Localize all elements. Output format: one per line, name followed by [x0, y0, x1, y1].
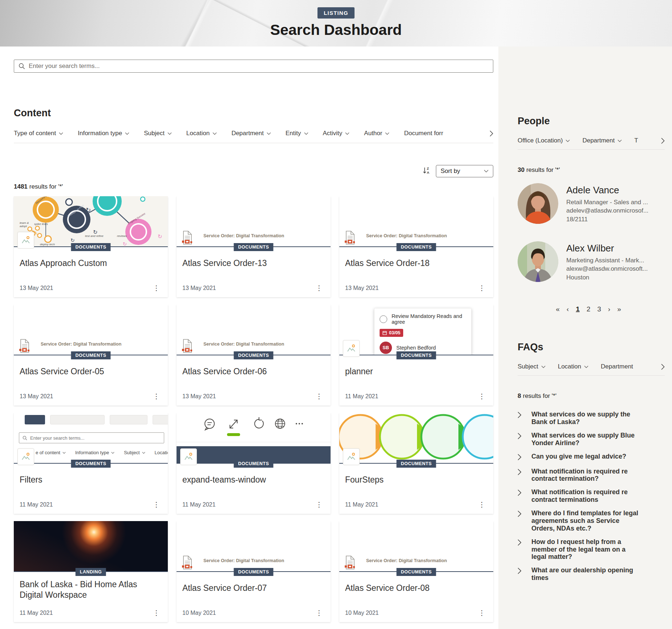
- chevron-down-icon: [59, 132, 63, 135]
- result-card[interactable]: Service Order: Digital Transformation DO…: [177, 521, 331, 622]
- card-title[interactable]: Atlas Service Order-13: [182, 258, 325, 269]
- card-date: 13 May 2021: [182, 393, 216, 400]
- card-title[interactable]: Atlas Approach Custom: [20, 258, 162, 269]
- filter-location[interactable]: Location: [186, 130, 217, 137]
- sort-direction-icon[interactable]: ZA: [422, 166, 431, 176]
- more-options-button[interactable]: ⋮: [476, 609, 487, 617]
- card-title[interactable]: FourSteps: [345, 475, 487, 485]
- search-bar[interactable]: [14, 60, 493, 73]
- filter-information-type[interactable]: Information type: [78, 130, 129, 137]
- card-thumbnail: Review Mandatory Reads and agree 03/05 S…: [339, 305, 493, 355]
- filter-subject[interactable]: Subject: [518, 363, 546, 370]
- result-card[interactable]: Service Order: Digital Transformation DO…: [339, 521, 493, 622]
- result-card[interactable]: Enter your search terms... e of content …: [14, 413, 168, 514]
- result-card[interactable]: Service Order: Digital Transformation DO…: [14, 305, 168, 406]
- card-date: 13 May 2021: [20, 393, 53, 400]
- filter-subject[interactable]: Subject: [144, 130, 172, 137]
- faq-question: How do I request help from a member of t…: [531, 538, 640, 561]
- more-options-button[interactable]: ⋮: [151, 500, 162, 509]
- person-card[interactable]: Alex Wilber Marketing Assistant - Mark..…: [518, 241, 665, 282]
- more-options-button[interactable]: ⋮: [476, 392, 487, 400]
- chevron-down-icon: [125, 132, 129, 135]
- filter-department[interactable]: Department: [582, 137, 622, 144]
- mini-search-bar: Enter your search terms...: [19, 432, 164, 443]
- card-title[interactable]: expand-teams-window: [182, 475, 325, 485]
- card-date: 10 May 2021: [182, 610, 216, 616]
- next-page-button[interactable]: ›: [608, 305, 610, 313]
- document-icon: [182, 339, 193, 354]
- page-2-button[interactable]: 2: [587, 305, 591, 313]
- filter-department[interactable]: Department: [601, 363, 633, 370]
- filter-office-location[interactable]: Office (Location): [518, 137, 570, 144]
- person-card[interactable]: Adele Vance Retail Manager - Sales and .…: [518, 183, 665, 224]
- more-options-button[interactable]: ⋮: [313, 284, 325, 292]
- card-thumbnail: Service Order: Digital Transformation: [339, 196, 493, 247]
- filter-document-form[interactable]: Document forr: [404, 130, 443, 137]
- card-title[interactable]: Atlas Service Order-18: [345, 258, 487, 269]
- filter-entity[interactable]: Entity: [286, 130, 308, 137]
- card-title[interactable]: Filters: [20, 475, 162, 485]
- sort-by-dropdown[interactable]: Sort by: [436, 165, 493, 177]
- more-options-button[interactable]: ⋮: [313, 609, 325, 617]
- more-options-button[interactable]: ⋮: [476, 284, 487, 292]
- filters-overflow-button[interactable]: [661, 364, 665, 370]
- faq-item[interactable]: What services do we supply Blue Yonder A…: [518, 432, 665, 447]
- card-date: 13 May 2021: [20, 285, 53, 291]
- result-card[interactable]: Service Order: Digital Transformation DO…: [177, 196, 331, 297]
- card-type-badge: DOCUMENTS: [396, 351, 436, 359]
- chevron-right-icon: [518, 489, 521, 504]
- card-type-badge: DOCUMENTS: [71, 351, 110, 359]
- filter-activity[interactable]: Activity: [323, 130, 350, 137]
- card-title[interactable]: Atlas Service Order-06: [182, 366, 325, 377]
- filter-location[interactable]: Location: [558, 363, 588, 370]
- page-1-button[interactable]: 1: [576, 305, 580, 313]
- card-date: 11 May 2021: [182, 501, 215, 508]
- more-options-button[interactable]: ⋮: [151, 609, 162, 617]
- filter-truncated[interactable]: T: [634, 137, 638, 144]
- card-date: 11 May 2021: [345, 393, 378, 400]
- result-card[interactable]: Service Order: Digital Transformation DO…: [339, 196, 493, 297]
- chevron-down-icon: [541, 366, 546, 368]
- more-options-button[interactable]: ⋮: [313, 392, 325, 400]
- filter-type-of-content[interactable]: Type of content: [14, 130, 63, 137]
- results-toolbar: ZA Sort by: [14, 165, 493, 177]
- document-preview-label: Service Order: Digital Transformation: [203, 558, 284, 563]
- faq-item[interactable]: Where do I find templates for legal agre…: [518, 509, 665, 532]
- main-column: Content Type of content Information type…: [0, 47, 498, 629]
- more-options-button[interactable]: ⋮: [313, 500, 325, 509]
- more-options-button[interactable]: ⋮: [476, 500, 487, 509]
- card-title[interactable]: Atlas Service Order-08: [345, 583, 487, 593]
- filter-author[interactable]: Author: [364, 130, 389, 137]
- filters-overflow-button[interactable]: [490, 130, 493, 137]
- more-options-button[interactable]: ⋮: [151, 284, 162, 292]
- faq-item[interactable]: What are our dealership opening times: [518, 566, 665, 582]
- card-title[interactable]: Atlas Service Order-05: [20, 366, 162, 377]
- task-title: Review Mandatory Reads and agree: [392, 313, 466, 325]
- card-title[interactable]: Bank of Laska - Bid Home Atlas Digital W…: [20, 579, 162, 601]
- faq-item[interactable]: What notification is required re contrac…: [518, 468, 665, 483]
- page-3-button[interactable]: 3: [597, 305, 601, 313]
- result-card[interactable]: Review Mandatory Reads and agree 03/05 S…: [339, 305, 493, 406]
- faq-item[interactable]: What services do we supply the Bank of L…: [518, 411, 665, 426]
- result-card[interactable]: ↻ ↻ ↻ ↻ ↻ Discovery & Validation Prototy…: [14, 196, 168, 297]
- card-thumbnail: Enter your search terms... e of content …: [14, 413, 168, 464]
- last-page-button[interactable]: »: [617, 305, 621, 313]
- result-card[interactable]: Service Order: Digital Transformation DO…: [177, 305, 331, 406]
- card-title[interactable]: Atlas Service Order-07: [182, 583, 325, 593]
- search-input[interactable]: [29, 63, 489, 70]
- result-card[interactable]: DOCUMENTS FourSteps 11 May 2021⋮: [339, 413, 493, 514]
- previous-page-button[interactable]: ‹: [567, 305, 569, 313]
- first-page-button[interactable]: «: [556, 305, 560, 313]
- card-title[interactable]: planner: [345, 366, 487, 377]
- planner-task-preview: Review Mandatory Reads and agree 03/05 S…: [374, 308, 471, 355]
- result-card[interactable]: DOCUMENTS expand-teams-window 11 May 202…: [177, 413, 331, 514]
- faq-question: What are our dealership opening times: [531, 566, 640, 582]
- card-thumbnail: [177, 413, 331, 464]
- filters-overflow-button[interactable]: [661, 138, 665, 144]
- faq-item[interactable]: Can you give me legal advice?: [518, 453, 665, 462]
- faq-item[interactable]: How do I request help from a member of t…: [518, 538, 665, 561]
- more-options-button[interactable]: ⋮: [151, 392, 162, 400]
- filter-department[interactable]: Department: [231, 130, 271, 137]
- result-card[interactable]: LANDING Bank of Laska - Bid Home Atlas D…: [14, 521, 168, 622]
- faq-item[interactable]: What notification is required re contrac…: [518, 488, 665, 504]
